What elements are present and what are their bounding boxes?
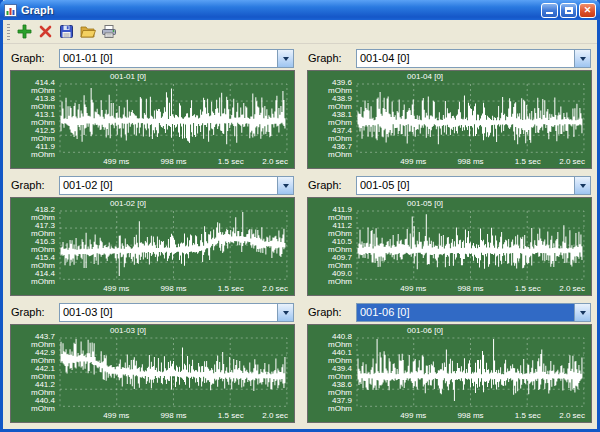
graph-selector-value: 001-06 [0]: [357, 304, 574, 321]
graph-panel-001-02: Graph: 001-02 [0] 001-02 [0] 418.2 mOhm …: [6, 173, 299, 300]
chart-title: 001-06 [0]: [407, 326, 443, 336]
x-axis-labels: 499 ms 998 ms 1.5 sec 2.0 sec: [59, 410, 288, 421]
graph-combo-label: Graph:: [11, 306, 59, 318]
save-button[interactable]: [56, 21, 77, 42]
open-button[interactable]: [77, 21, 98, 42]
graph-panel-001-01: Graph: 001-01 [0] 001-01 [0] 414.4 mOhm …: [6, 46, 299, 173]
chevron-down-icon[interactable]: [277, 304, 293, 321]
chart-area: 001-03 [0] 443.7 mOhm 442.9 mOhm 442.1 m…: [10, 324, 295, 423]
maximize-icon: [565, 7, 573, 14]
chevron-down-icon[interactable]: [574, 50, 590, 67]
graph-panel-001-05: Graph: 001-05 [0] 001-05 [0] 411.9 mOhm …: [303, 173, 596, 300]
close-button[interactable]: ✕: [579, 3, 596, 18]
graph-selector[interactable]: 001-05 [0]: [356, 176, 591, 195]
x-axis-labels: 499 ms 998 ms 1.5 sec 2.0 sec: [356, 283, 585, 294]
graph-panel-001-03: Graph: 001-03 [0] 001-03 [0] 443.7 mOhm …: [6, 300, 299, 427]
signal-plot: [59, 210, 288, 280]
titlebar: Graph ✕: [0, 0, 600, 20]
signal-plot: [356, 337, 585, 407]
add-graph-button[interactable]: [14, 21, 35, 42]
chart-title: 001-05 [0]: [407, 199, 443, 209]
x-axis-labels: 499 ms 998 ms 1.5 sec 2.0 sec: [59, 156, 288, 167]
graph-selector-value: 001-02 [0]: [60, 177, 277, 194]
x-axis-labels: 499 ms 998 ms 1.5 sec 2.0 sec: [59, 283, 288, 294]
chart-area: 001-04 [0] 439.6 mOhm 438.9 mOhm 438.1 m…: [307, 70, 592, 169]
graph-selector[interactable]: 001-03 [0]: [59, 303, 294, 322]
graph-combo-label: Graph:: [308, 306, 356, 318]
y-axis-labels: 418.2 mOhm 417.3 mOhm 416.3 mOhm 415.4 m…: [11, 198, 58, 295]
delete-graph-button[interactable]: [35, 21, 56, 42]
y-axis-labels: 411.9 mOhm 411.2 mOhm 410.5 mOhm 409.7 m…: [308, 198, 355, 295]
chart-title: 001-01 [0]: [110, 72, 146, 82]
window-title: Graph: [21, 4, 541, 16]
print-button[interactable]: [98, 21, 119, 42]
graph-selector[interactable]: 001-04 [0]: [356, 49, 591, 68]
minimize-icon: [546, 12, 553, 14]
chart-area: 001-06 [0] 440.8 mOhm 440.1 mOhm 439.4 m…: [307, 324, 592, 423]
chart-area: 001-01 [0] 414.4 mOhm 413.8 mOhm 413.1 m…: [10, 70, 295, 169]
chart-area: 001-02 [0] 418.2 mOhm 417.3 mOhm 416.3 m…: [10, 197, 295, 296]
chart-title: 001-03 [0]: [110, 326, 146, 336]
open-folder-icon: [80, 24, 96, 39]
graph-panel-001-04: Graph: 001-04 [0] 001-04 [0] 439.6 mOhm …: [303, 46, 596, 173]
add-icon: [17, 24, 32, 39]
graph-selector-value: 001-03 [0]: [60, 304, 277, 321]
chart-title: 001-04 [0]: [407, 72, 443, 82]
graph-panel-001-06: Graph: 001-06 [0] 001-06 [0] 440.8 mOhm …: [303, 300, 596, 427]
chevron-down-icon[interactable]: [574, 304, 590, 321]
x-axis-labels: 499 ms 998 ms 1.5 sec 2.0 sec: [356, 156, 585, 167]
graph-selector[interactable]: 001-02 [0]: [59, 176, 294, 195]
toolbar-grip[interactable]: [7, 24, 10, 40]
y-axis-labels: 443.7 mOhm 442.9 mOhm 442.1 mOhm 441.2 m…: [11, 325, 58, 422]
graph-selector-value: 001-04 [0]: [357, 50, 574, 67]
chevron-down-icon[interactable]: [277, 50, 293, 67]
signal-plot: [59, 83, 288, 153]
graph-grid: Graph: 001-01 [0] 001-01 [0] 414.4 mOhm …: [3, 44, 597, 427]
delete-icon: [38, 24, 53, 39]
x-axis-labels: 499 ms 998 ms 1.5 sec 2.0 sec: [356, 410, 585, 421]
minimize-button[interactable]: [541, 3, 558, 18]
signal-plot: [59, 337, 288, 407]
graph-combo-label: Graph:: [11, 52, 59, 64]
y-axis-labels: 440.8 mOhm 440.1 mOhm 439.4 mOhm 438.6 m…: [308, 325, 355, 422]
print-icon: [101, 24, 117, 39]
chart-title: 001-02 [0]: [110, 199, 146, 209]
graph-selector-value: 001-01 [0]: [60, 50, 277, 67]
chart-area: 001-05 [0] 411.9 mOhm 411.2 mOhm 410.5 m…: [307, 197, 592, 296]
chevron-down-icon[interactable]: [574, 177, 590, 194]
graph-combo-label: Graph:: [11, 179, 59, 191]
save-icon: [59, 24, 74, 39]
window-controls: ✕: [541, 3, 596, 18]
graph-selector[interactable]: 001-06 [0]: [356, 303, 591, 322]
y-axis-labels: 439.6 mOhm 438.9 mOhm 438.1 mOhm 437.4 m…: [308, 71, 355, 168]
signal-plot: [356, 210, 585, 280]
graph-selector-value: 001-05 [0]: [357, 177, 574, 194]
close-icon: ✕: [584, 6, 592, 15]
graph-combo-label: Graph:: [308, 52, 356, 64]
graph-window: Graph ✕: [0, 0, 600, 432]
y-axis-labels: 414.4 mOhm 413.8 mOhm 413.1 mOhm 412.5 m…: [11, 71, 58, 168]
toolbar: [3, 20, 597, 44]
graph-selector[interactable]: 001-01 [0]: [59, 49, 294, 68]
signal-plot: [356, 83, 585, 153]
maximize-button[interactable]: [560, 3, 577, 18]
app-graph-icon: [4, 4, 17, 17]
graph-combo-label: Graph:: [308, 179, 356, 191]
chevron-down-icon[interactable]: [277, 177, 293, 194]
